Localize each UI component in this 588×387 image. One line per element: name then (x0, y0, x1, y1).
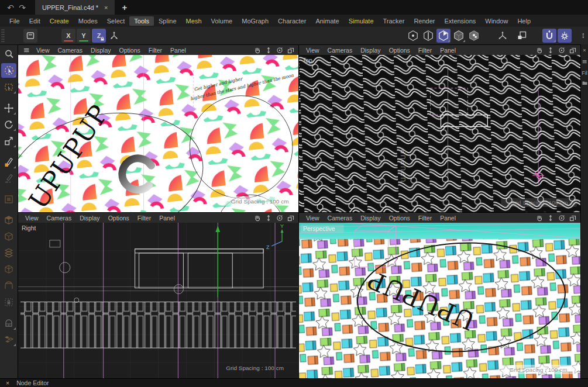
vp4-menu-filter[interactable]: Filter (414, 215, 436, 222)
vp3-menu-view[interactable]: View (21, 215, 43, 222)
folder-icon[interactable] (582, 81, 587, 85)
vp2-menu-options[interactable]: Options (385, 47, 414, 54)
move-tool[interactable] (1, 101, 16, 115)
arch-tool-icon[interactable] (1, 278, 16, 293)
pan-hand-icon[interactable] (254, 47, 261, 54)
rotate-view-icon[interactable] (558, 47, 565, 54)
pan-hand-icon[interactable] (536, 47, 543, 54)
menu-character[interactable]: Character (273, 16, 311, 26)
undo-icon[interactable]: ↶ (5, 3, 16, 12)
lock-x-button[interactable]: X (61, 29, 75, 43)
search-icon[interactable] (1, 47, 16, 61)
node-editor-label[interactable]: Node Editor (16, 379, 49, 386)
menu-volume[interactable]: Volume (207, 16, 238, 26)
menu-select[interactable]: Select (102, 16, 130, 26)
menu-spline[interactable]: Spline (154, 16, 181, 26)
vp4-menu-display[interactable]: Display (356, 215, 384, 222)
viewport-menu-burger-icon[interactable]: ≡ (21, 46, 32, 54)
vp2-menu-filter[interactable]: Filter (414, 47, 436, 54)
model-mode-icon[interactable] (452, 29, 466, 43)
edges-mode-icon[interactable] (421, 29, 435, 43)
rotate-view-icon[interactable] (276, 47, 283, 54)
viewport4-canvas[interactable]: UPUPUP Perspective Grid Spacing : 100 cm (299, 223, 580, 378)
axis-modification-icon[interactable] (107, 29, 121, 43)
vp2-menu-panel[interactable]: Panel (436, 47, 460, 54)
clipped-toolbar-icon[interactable] (582, 29, 587, 43)
viewport3-canvas[interactable]: Y Z Right Grid Spacing : 100 cm (18, 223, 298, 378)
bounding-box-tool-icon[interactable] (23, 29, 37, 43)
menu-tracker[interactable]: Tracker (379, 16, 410, 26)
helmet-icon[interactable] (1, 316, 16, 330)
snap-icon[interactable] (542, 29, 556, 43)
grouped-cubes-icon[interactable] (1, 332, 16, 347)
sketch-pen-tool[interactable] (1, 171, 16, 185)
node-editor-close-icon[interactable]: × (6, 379, 9, 386)
rotate-view-icon[interactable] (558, 215, 565, 222)
vp1-menu-filter[interactable]: Filter (145, 47, 166, 54)
polygons-mode-icon[interactable] (436, 29, 451, 43)
scale-tool[interactable] (1, 133, 16, 148)
panel-menu-burger-icon[interactable]: ≡ (582, 58, 587, 65)
enable-axis-icon[interactable] (496, 29, 510, 43)
menu-window[interactable]: Window (480, 16, 513, 26)
zoom-view-icon[interactable] (547, 47, 554, 54)
toggle-viewport-icon[interactable] (569, 215, 576, 222)
vp2-menu-view[interactable]: View (302, 47, 324, 54)
cube-outline-icon[interactable] (1, 229, 16, 244)
wire-cube-icon[interactable] (1, 262, 16, 277)
zoom-view-icon[interactable] (265, 47, 272, 54)
vp2-menu-display[interactable]: Display (356, 47, 384, 54)
lock-y-button[interactable]: Y (77, 29, 91, 43)
vp4-menu-cameras[interactable]: Cameras (324, 215, 357, 222)
vp3-menu-cameras[interactable]: Cameras (43, 215, 76, 222)
rectangle-selection-tool[interactable] (1, 80, 16, 94)
vp3-menu-display[interactable]: Display (75, 215, 104, 222)
rotate-view-icon[interactable] (276, 215, 283, 222)
vp4-menu-view[interactable]: View (302, 215, 324, 222)
rotate-tool[interactable] (1, 117, 16, 132)
pan-hand-icon[interactable] (254, 215, 261, 222)
panel-close-icon[interactable]: × (583, 47, 586, 53)
vp3-menu-filter[interactable]: Filter (133, 215, 155, 222)
texture-mode-icon[interactable] (467, 29, 481, 43)
zoom-view-icon[interactable] (547, 215, 554, 222)
stacked-cubes-icon[interactable] (1, 246, 16, 260)
workplane-icon[interactable] (515, 29, 529, 43)
menu-render[interactable]: Render (409, 16, 439, 26)
menu-file[interactable]: File (5, 16, 25, 26)
vp1-menu-display[interactable]: Display (87, 47, 115, 54)
live-selection-tool[interactable] (1, 63, 16, 78)
snap-settings-gear-icon[interactable] (558, 29, 572, 43)
viewport1-canvas[interactable]: UPUPUP Get higher and higher higher than… (18, 55, 298, 212)
new-document-button[interactable]: + (122, 2, 127, 12)
subdivision-surface-icon[interactable] (1, 213, 16, 227)
menu-edit[interactable]: Edit (25, 16, 45, 26)
viewport2-canvas[interactable]: Top UPUPUP Grid Spacing : 100 cm (299, 55, 580, 212)
zoom-view-icon[interactable] (265, 215, 272, 222)
menu-tools[interactable]: Tools (129, 16, 154, 26)
menu-create[interactable]: Create (45, 16, 74, 26)
toggle-viewport-icon[interactable] (287, 47, 294, 54)
document-tab[interactable]: UPPER_Final.c4d * × (35, 0, 115, 15)
toggle-viewport-icon[interactable] (569, 47, 576, 54)
points-mode-icon[interactable] (406, 29, 420, 43)
vp1-menu-cameras[interactable]: Cameras (53, 47, 87, 54)
pen-tool[interactable] (1, 154, 16, 169)
menu-help[interactable]: Help (513, 16, 535, 26)
menu-simulate[interactable]: Simulate (344, 16, 379, 26)
vp3-menu-panel[interactable]: Panel (155, 215, 179, 222)
tweak-frame-icon[interactable] (1, 192, 16, 206)
vp1-menu-panel[interactable]: Panel (166, 47, 190, 54)
menu-mograph[interactable]: MoGraph (237, 16, 273, 26)
menu-mesh[interactable]: Mesh (181, 16, 207, 26)
tab-close-icon[interactable]: × (104, 4, 108, 11)
menu-animate[interactable]: Animate (311, 16, 343, 26)
vp4-menu-options[interactable]: Options (385, 215, 414, 222)
vp2-menu-cameras[interactable]: Cameras (324, 47, 357, 54)
vp3-menu-options[interactable]: Options (104, 215, 133, 222)
toggle-viewport-icon[interactable] (287, 215, 294, 222)
pan-hand-icon[interactable] (536, 215, 543, 222)
vp1-menu-options[interactable]: Options (115, 47, 145, 54)
vp1-menu-view[interactable]: View (32, 47, 54, 54)
toolbar-grip[interactable] (1, 29, 5, 43)
